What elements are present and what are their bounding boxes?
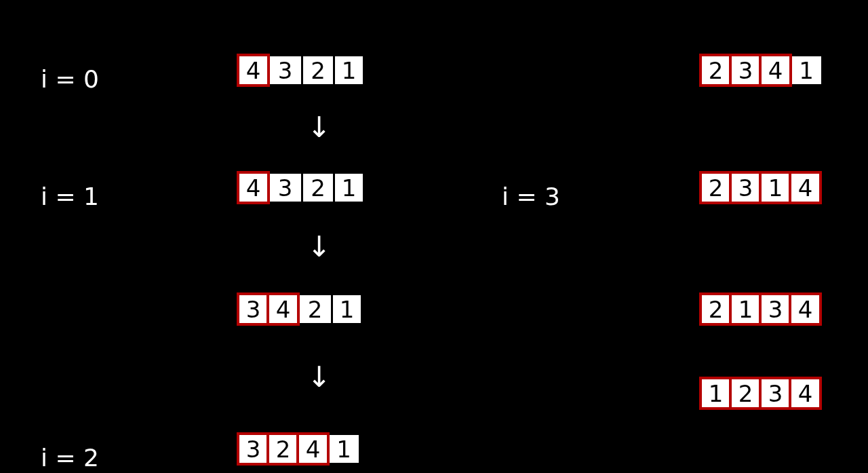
- array-cell: 4: [789, 377, 822, 410]
- array-cell: 2: [699, 54, 732, 87]
- array-cell: 3: [729, 171, 762, 204]
- array-cell: 1: [791, 54, 823, 86]
- array-cell: 3: [759, 292, 792, 326]
- array-cell: 2: [299, 293, 331, 325]
- array-cell: 3: [269, 54, 301, 86]
- array-cell: 1: [333, 54, 365, 86]
- arrow-down-icon: ↓: [307, 363, 331, 392]
- array-row: 4321: [237, 172, 365, 204]
- array-cell: 4: [237, 54, 270, 87]
- array-cell: 1: [699, 377, 732, 410]
- array-cell: 1: [333, 172, 365, 204]
- array-row: 1234: [700, 377, 821, 409]
- array-cell: 3: [759, 377, 792, 410]
- array-row: 3421: [237, 293, 363, 325]
- array-row: 2341: [700, 54, 823, 86]
- array-cell: 1: [329, 433, 361, 465]
- array-cell: 2: [301, 54, 333, 86]
- array-cell: 2: [267, 432, 300, 466]
- array-cell: 1: [331, 293, 363, 325]
- array-cell: 4: [237, 171, 270, 204]
- array-row: 4321: [237, 54, 365, 86]
- array-cell: 3: [269, 172, 301, 204]
- step-label: i = 3: [502, 183, 560, 210]
- array-cell: 3: [729, 54, 762, 87]
- diagram-canvas: i = 04321i = 143213421i = 23241↓↓↓ 2341i…: [0, 0, 868, 473]
- arrow-down-icon: ↓: [307, 233, 331, 261]
- arrow-down-icon: ↓: [307, 113, 331, 142]
- array-cell: 3: [237, 292, 270, 326]
- array-cell: 2: [699, 292, 732, 326]
- array-cell: 3: [237, 432, 270, 466]
- array-cell: 4: [759, 54, 792, 87]
- array-cell: 2: [301, 172, 333, 204]
- step-label: i = 2: [41, 444, 99, 472]
- array-cell: 1: [729, 292, 762, 326]
- step-label: i = 0: [41, 65, 99, 93]
- array-row: 2134: [700, 293, 821, 325]
- array-cell: 1: [759, 171, 792, 204]
- step-label: i = 1: [41, 183, 99, 210]
- array-cell: 4: [296, 432, 330, 466]
- array-cell: 2: [729, 377, 762, 410]
- array-cell: 2: [699, 171, 732, 204]
- array-row: 2314: [700, 172, 821, 204]
- array-cell: 4: [789, 171, 822, 204]
- array-cell: 4: [789, 292, 822, 326]
- array-cell: 4: [267, 292, 300, 326]
- array-row: 3241: [237, 433, 361, 465]
